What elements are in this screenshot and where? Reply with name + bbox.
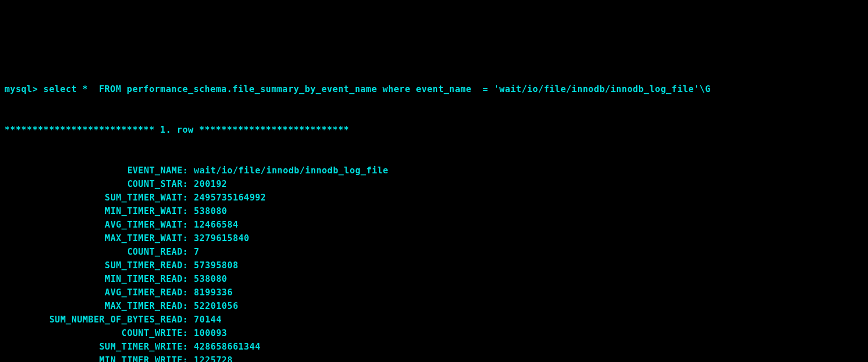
field-label: AVG_TIMER_READ — [5, 286, 183, 299]
field-value: 70144 — [188, 313, 222, 326]
result-row: MAX_TIMER_WAIT:3279615840 — [5, 232, 863, 245]
field-label: COUNT_READ — [5, 245, 183, 259]
field-colon: : — [183, 354, 188, 362]
mysql-prompt[interactable]: mysql> — [5, 84, 38, 94]
result-row: COUNT_READ:7 — [5, 245, 863, 259]
result-rows: EVENT_NAME:wait/io/file/innodb/innodb_lo… — [5, 164, 863, 362]
field-value: 200192 — [188, 177, 227, 191]
result-row: COUNT_WRITE:100093 — [5, 326, 863, 340]
result-row: MIN_TIMER_WRITE:1225728 — [5, 354, 863, 362]
field-value: 8199336 — [188, 286, 233, 299]
field-colon: : — [183, 218, 188, 232]
field-label: MIN_TIMER_WRITE — [5, 354, 183, 362]
result-row: MAX_TIMER_READ:52201056 — [5, 299, 863, 313]
field-label: SUM_TIMER_WAIT — [5, 191, 183, 204]
field-value: 57395808 — [188, 259, 239, 272]
result-row: MIN_TIMER_WAIT:538080 — [5, 204, 863, 218]
field-label: AVG_TIMER_WAIT — [5, 218, 183, 232]
field-colon: : — [183, 313, 188, 326]
field-colon: : — [183, 299, 188, 313]
field-label: SUM_TIMER_WRITE — [5, 340, 183, 354]
field-colon: : — [183, 245, 188, 259]
field-colon: : — [183, 272, 188, 286]
field-value: 538080 — [188, 204, 227, 218]
result-row: SUM_TIMER_WRITE:428658661344 — [5, 340, 863, 354]
terminal-output: mysql> select * FROM performance_schema.… — [5, 55, 863, 362]
row-separator: *************************** 1. row *****… — [5, 123, 863, 137]
query-line: mysql> select * FROM performance_schema.… — [5, 82, 863, 96]
field-colon: : — [183, 286, 188, 299]
field-value: 538080 — [188, 272, 227, 286]
field-colon: : — [183, 232, 188, 245]
result-row: AVG_TIMER_WAIT:12466584 — [5, 218, 863, 232]
result-row: MIN_TIMER_READ:538080 — [5, 272, 863, 286]
result-row: SUM_TIMER_READ:57395808 — [5, 259, 863, 272]
field-label: SUM_NUMBER_OF_BYTES_READ — [5, 313, 183, 326]
field-value: wait/io/file/innodb/innodb_log_file — [188, 164, 388, 177]
field-colon: : — [183, 340, 188, 354]
sql-query: select * FROM performance_schema.file_su… — [44, 84, 711, 94]
result-row: COUNT_STAR:200192 — [5, 177, 863, 191]
field-label: MIN_TIMER_WAIT — [5, 204, 183, 218]
field-value: 428658661344 — [188, 340, 261, 354]
result-row: SUM_TIMER_WAIT:2495735164992 — [5, 191, 863, 204]
field-value: 3279615840 — [188, 232, 249, 245]
row-stars-left: *************************** — [5, 125, 154, 135]
field-value: 2495735164992 — [188, 191, 266, 204]
result-row: EVENT_NAME:wait/io/file/innodb/innodb_lo… — [5, 164, 863, 177]
field-label: COUNT_STAR — [5, 177, 183, 191]
row-number: 1. row — [154, 125, 199, 135]
field-colon: : — [183, 204, 188, 218]
field-value: 1225728 — [188, 354, 233, 362]
field-colon: : — [183, 177, 188, 191]
field-label: MIN_TIMER_READ — [5, 272, 183, 286]
field-label: EVENT_NAME — [5, 164, 183, 177]
field-label: SUM_TIMER_READ — [5, 259, 183, 272]
field-label: COUNT_WRITE — [5, 326, 183, 340]
field-value: 52201056 — [188, 299, 239, 313]
field-value: 12466584 — [188, 218, 239, 232]
row-stars-right: *************************** — [199, 125, 349, 135]
result-row: SUM_NUMBER_OF_BYTES_READ:70144 — [5, 313, 863, 326]
field-colon: : — [183, 164, 188, 177]
field-colon: : — [183, 259, 188, 272]
field-label: MAX_TIMER_WAIT — [5, 232, 183, 245]
field-label: MAX_TIMER_READ — [5, 299, 183, 313]
field-value: 100093 — [188, 326, 227, 340]
field-colon: : — [183, 326, 188, 340]
result-row: AVG_TIMER_READ:8199336 — [5, 286, 863, 299]
field-colon: : — [183, 191, 188, 204]
field-value: 7 — [188, 245, 200, 259]
